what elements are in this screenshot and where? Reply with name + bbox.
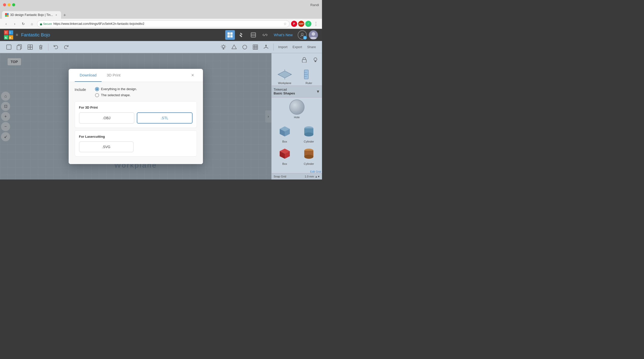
url-bar[interactable]: Secure https://www.tinkercad.com/things/… [37, 20, 290, 27]
copy-button[interactable] [15, 42, 24, 52]
bookmark-icon[interactable]: ☆ [283, 22, 287, 26]
browser-tab[interactable]: 3D design Fantastic Bojo | Tin... × [2, 11, 61, 19]
svg-marker-41 [266, 45, 267, 46]
hole-tool[interactable]: Hole [289, 99, 305, 119]
shape-cylinder-brown[interactable]: Cylinder [298, 145, 320, 165]
svg-rect-28 [30, 45, 32, 47]
add-user-plus-icon: + [303, 36, 307, 39]
lasercutting-section-title: For Lasercutting [79, 135, 193, 138]
close-window-button[interactable] [3, 3, 6, 6]
user-avatar[interactable] [309, 30, 318, 39]
url-text: https://www.tinkercad.com/things/6Fzc5el… [53, 22, 282, 26]
edit-grid-button[interactable]: Edit Grid [272, 170, 322, 173]
svg-point-59 [304, 132, 313, 136]
include-label: Include [75, 87, 90, 92]
modal-body: Include Everything in the design. The se… [69, 82, 203, 164]
hamburger-menu[interactable]: ≡ [16, 33, 18, 37]
tab-favicon [5, 13, 9, 17]
right-side-icons [272, 53, 322, 66]
lock-icon[interactable] [300, 55, 309, 64]
minimize-window-button[interactable] [8, 3, 11, 6]
duplicate-button[interactable] [25, 42, 35, 52]
axes-button[interactable] [261, 42, 271, 52]
layers-button[interactable] [249, 30, 258, 40]
home-button[interactable]: ⌂ [28, 20, 35, 27]
whats-new-button[interactable]: What's New [272, 33, 295, 37]
workplane-ruler-row: Workplane Ruler [272, 66, 322, 86]
shape-box-blue-label: Box [282, 140, 287, 143]
shapes-dropdown-button[interactable]: ▼ [316, 89, 320, 94]
bulb-icon[interactable] [311, 55, 320, 64]
add-user-button[interactable]: + [298, 30, 307, 39]
snap-grid-stepper-icon[interactable]: ▲▼ [315, 175, 320, 178]
modal-overlay[interactable]: Download 3D Print × Include Everything i… [0, 53, 271, 180]
snap-grid-label: Snap Grid [274, 175, 286, 178]
grid-button[interactable] [251, 42, 260, 52]
import-button[interactable]: Import [276, 42, 290, 52]
shape-sphere-blue[interactable]: Sphere [274, 167, 296, 170]
back-button[interactable]: ‹ [3, 20, 10, 27]
header-icons: What's New [225, 30, 295, 40]
adblock-icon[interactable]: ABP [298, 21, 304, 27]
svg-rect-3 [7, 15, 9, 17]
stl-download-button[interactable]: .STL [137, 112, 193, 124]
svg-rect-42 [302, 59, 306, 63]
user-area: + [298, 30, 318, 39]
light-button[interactable] [219, 42, 228, 52]
tab-title: 3D design Fantastic Bojo | Tin... [10, 13, 53, 17]
shape-box-blue[interactable]: Box [274, 123, 296, 143]
svg-rect-15 [230, 32, 233, 35]
new-shape-button[interactable] [4, 42, 14, 52]
svg-point-21 [301, 33, 303, 35]
bottom-bar: Edit Grid Snap Grid 1.0 mm ▲▼ [272, 170, 322, 180]
svg-rect-18 [251, 33, 256, 37]
hole-sphere-icon [289, 99, 305, 115]
radio-selected-label: The selected shape. [101, 93, 131, 97]
shape-box-red[interactable]: Box [274, 145, 296, 165]
svg-rect-29 [28, 47, 30, 49]
share-button[interactable]: Share [305, 42, 318, 52]
export-button[interactable]: Export [291, 42, 304, 52]
svg-rect-30 [30, 47, 32, 49]
shape-cylinder-blue[interactable]: Cylinder [298, 123, 320, 143]
undo-button[interactable] [51, 42, 61, 52]
extension-icon[interactable]: ✓ [305, 21, 311, 27]
svg-rect-27 [28, 45, 30, 47]
radio-selected[interactable]: The selected shape. [95, 93, 137, 97]
forward-button[interactable]: › [11, 20, 18, 27]
delete-button[interactable] [36, 42, 46, 52]
svg-download-button[interactable]: .SVG [79, 142, 134, 152]
tab-3dprint[interactable]: 3D Print [102, 69, 125, 82]
redo-button[interactable] [62, 42, 71, 52]
radio-everything-btn[interactable] [95, 87, 99, 91]
grid-view-button[interactable] [225, 30, 235, 40]
shapes-category-label: Basic Shapes [274, 91, 295, 95]
hammer-tool-button[interactable] [237, 30, 247, 40]
workplane-tool[interactable]: Workplane [277, 68, 293, 85]
toolbar-separator-1 [48, 44, 48, 51]
refresh-button[interactable]: ↻ [20, 20, 27, 27]
modal-close-button[interactable]: × [189, 69, 197, 82]
secure-badge: Secure [40, 22, 52, 25]
maximize-window-button[interactable] [12, 3, 15, 6]
ruler-tool[interactable]: Ruler [301, 68, 317, 85]
svg-line-40 [264, 47, 266, 48]
svg-line-39 [266, 47, 268, 48]
pinterest-icon[interactable]: P [291, 21, 297, 27]
tab-close-button[interactable]: × [54, 13, 58, 17]
more-button[interactable]: ⋮ [312, 20, 319, 27]
shapes-grid: Box Cylinder [272, 121, 322, 170]
snap-grid-value-control[interactable]: 1.0 mm ▲▼ [305, 175, 320, 178]
shape-button[interactable] [229, 42, 239, 52]
tab-download[interactable]: Download [75, 69, 102, 82]
obj-download-button[interactable]: .OBJ [79, 112, 134, 124]
code-button[interactable] [260, 30, 270, 40]
hole-area: Hole [272, 97, 322, 121]
new-tab-button[interactable]: + [61, 12, 68, 19]
right-panel: Workplane Ruler [271, 53, 322, 180]
user-name: Randi [310, 3, 319, 7]
shape-box-red-label: Box [282, 162, 287, 165]
radio-selected-btn[interactable] [95, 93, 99, 97]
circle-button[interactable] [240, 42, 250, 52]
radio-everything[interactable]: Everything in the design. [95, 87, 137, 91]
